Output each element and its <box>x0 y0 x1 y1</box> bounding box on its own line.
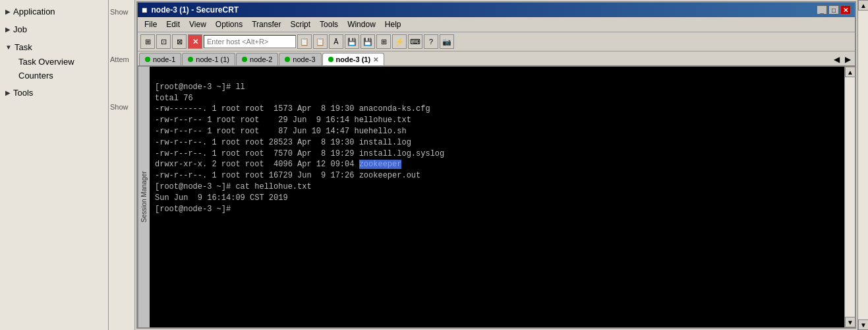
maximize-button[interactable]: □ <box>828 5 839 15</box>
tab-nav-right[interactable]: ▶ <box>842 53 854 65</box>
app-icon: ■ <box>142 5 147 15</box>
terminal-container: Session Manager [root@node-3 ~]# ll tota… <box>138 67 855 327</box>
left-labels-panel: Show Attem Show <box>109 0 135 330</box>
tab-label-node-1-1: node-1 (1) <box>196 55 229 63</box>
outer-scroll-down[interactable]: ▼ <box>858 319 868 330</box>
tab-node-2[interactable]: node-2 <box>236 53 278 65</box>
tab-node-1[interactable]: node-1 <box>139 53 181 65</box>
sidebar-item-task[interactable]: ▼ Task <box>0 40 108 55</box>
menu-edit[interactable]: Edit <box>162 18 184 30</box>
menu-script[interactable]: Script <box>286 18 314 30</box>
terminal-line-3: -rw-------. 1 root root 1573 Apr 8 19:30… <box>155 104 430 114</box>
toolbar-btn-7[interactable]: 💾 <box>345 34 359 49</box>
title-bar: ■ node-3 (1) - SecureCRT _ □ ✕ <box>138 3 855 17</box>
terminal-line-11: Sun Jun 9 16:14:09 CST 2019 <box>155 193 288 203</box>
terminal-line-6: -rw-r--r--. 1 root root 28523 Apr 8 19:3… <box>155 138 411 147</box>
sidebar-item-counters[interactable]: Counters <box>13 69 108 82</box>
tab-dot-node-1-1 <box>188 57 193 62</box>
close-button[interactable]: ✕ <box>840 5 851 15</box>
host-input[interactable] <box>204 35 296 48</box>
terminal-line-12: [root@node-3 ~]# <box>155 205 235 214</box>
toolbar-btn-10[interactable]: ⚡ <box>392 34 407 49</box>
toolbar-btn-9[interactable]: ⊞ <box>376 34 391 49</box>
toolbar-btn-3[interactable]: ⊠ <box>172 34 187 49</box>
arrow-icon: ▶ <box>5 8 11 15</box>
menu-transfer[interactable]: Transfer <box>248 18 285 30</box>
tab-label-node-3: node-3 <box>293 55 315 63</box>
tab-label-node-1: node-1 <box>153 55 175 63</box>
terminal-line-7: -rw-r--r--. 1 root root 7570 Apr 8 19:29… <box>155 149 444 158</box>
left-sidebar: ▶ Application ▶ Job ▼ Task Task Overview… <box>0 0 109 330</box>
session-manager-label: Session Manager <box>140 172 148 223</box>
sidebar-item-job[interactable]: ▶ Job <box>0 22 108 37</box>
task-submenu: Task Overview Counters <box>0 55 108 82</box>
attempt-label: Attem <box>110 55 133 63</box>
sidebar-item-task-overview[interactable]: Task Overview <box>13 55 108 69</box>
toolbar-btn-4[interactable]: 📋 <box>297 34 312 49</box>
show-label-1: Show <box>110 8 133 16</box>
sidebar-item-tools[interactable]: ▶ Tools <box>0 85 108 100</box>
tab-close-node-3-1[interactable]: ✕ <box>373 56 378 63</box>
sidebar-item-tools-label: Tools <box>13 88 33 98</box>
show-label-2: Show <box>110 103 133 111</box>
task-overview-label: Task Overview <box>18 57 74 67</box>
toolbar-btn-12[interactable]: ? <box>424 34 438 49</box>
toolbar-btn-6[interactable]: Ā <box>329 34 343 49</box>
toolbar-btn-5[interactable]: 📋 <box>313 34 328 49</box>
tab-label-node-2: node-2 <box>250 55 272 63</box>
terminal-output[interactable]: [root@node-3 ~]# ll total 76 -rw-------.… <box>150 67 844 327</box>
minimize-button[interactable]: _ <box>817 5 827 15</box>
terminal-line-10: [root@node-3 ~]# cat hellohue.txt <box>155 182 312 191</box>
sidebar-item-task-label: Task <box>14 42 32 52</box>
tab-dot-node-2 <box>242 57 247 62</box>
outer-scroll-up[interactable]: ▲ <box>858 0 868 11</box>
terminal-line-4: -rw-r--r-- 1 root root 29 Jun 9 16:14 he… <box>155 116 411 125</box>
window-title: node-3 (1) - SecureCRT <box>151 5 239 15</box>
sidebar-section-tools: ▶ Tools <box>0 84 108 102</box>
arrow-icon-task: ▼ <box>5 44 12 51</box>
terminal-line-9: -rw-r--r--. 1 root root 16729 Jun 9 17:2… <box>155 171 420 180</box>
title-bar-buttons: _ □ ✕ <box>817 5 851 15</box>
arrow-icon-job: ▶ <box>5 26 11 33</box>
toolbar-btn-8[interactable]: 💾 <box>361 34 375 49</box>
tab-dot-node-3-1 <box>328 57 333 62</box>
sidebar-section-job: ▶ Job <box>0 20 108 38</box>
menu-view[interactable]: View <box>185 18 210 30</box>
sidebar-section-application: ▶ Application <box>0 3 108 20</box>
menu-help[interactable]: Help <box>381 18 405 30</box>
scroll-up-btn[interactable]: ▲ <box>845 67 855 77</box>
scroll-down-btn[interactable]: ▼ <box>845 317 855 327</box>
scrollbar-track[interactable] <box>845 77 855 317</box>
sidebar-item-application[interactable]: ▶ Application <box>0 4 108 19</box>
toolbar-btn-2[interactable]: ⊡ <box>156 34 171 49</box>
tab-nav-left[interactable]: ◀ <box>831 53 842 65</box>
tab-node-3[interactable]: node-3 <box>279 53 321 65</box>
tab-node-3-1[interactable]: node-3 (1) ✕ <box>322 53 385 65</box>
menu-options[interactable]: Options <box>212 18 246 30</box>
outer-scrollbar: ▲ ▼ <box>857 0 868 330</box>
menu-bar: File Edit View Options Transfer Script T… <box>138 17 855 32</box>
terminal-line-8: drwxr-xr-x. 2 root root 4096 Apr 12 09:0… <box>155 160 401 169</box>
securecrt-window: ■ node-3 (1) - SecureCRT _ □ ✕ File Edit… <box>136 1 856 329</box>
sidebar-item-application-label: Application <box>13 7 55 16</box>
menu-tools[interactable]: Tools <box>316 18 342 30</box>
toolbar-btn-13[interactable]: 📷 <box>440 34 454 49</box>
session-manager-panel[interactable]: Session Manager <box>138 67 150 327</box>
tab-dot-node-3 <box>285 57 290 62</box>
arrow-icon-tools: ▶ <box>5 89 11 96</box>
menu-window[interactable]: Window <box>343 18 380 30</box>
menu-file[interactable]: File <box>140 18 161 30</box>
outer-scrollbar-track[interactable] <box>858 11 868 319</box>
terminal-scrollbar: ▲ ▼ <box>844 67 855 327</box>
tab-dot-node-1 <box>145 57 150 62</box>
toolbar-btn-x[interactable]: ✕ <box>188 34 202 49</box>
tab-node-1-1[interactable]: node-1 (1) <box>182 53 235 65</box>
sidebar-section-task: ▼ Task Task Overview Counters <box>0 38 108 84</box>
terminal-line-2: total 76 <box>155 94 193 103</box>
tab-bar: node-1 node-1 (1) node-2 node-3 node-3 (… <box>138 51 855 67</box>
toolbar-btn-11[interactable]: ⌨ <box>408 34 422 49</box>
sidebar-item-job-label: Job <box>13 24 27 34</box>
tab-label-node-3-1: node-3 (1) <box>336 55 371 63</box>
counters-label: Counters <box>18 71 53 81</box>
toolbar-btn-1[interactable]: ⊞ <box>140 34 155 49</box>
